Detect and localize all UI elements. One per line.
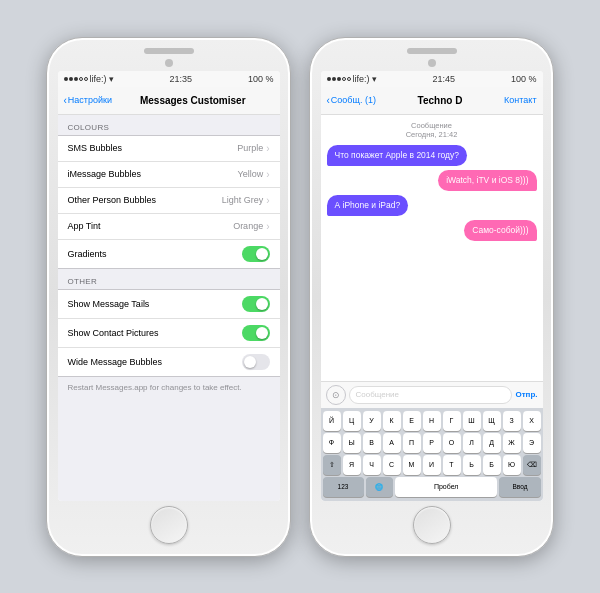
key-с[interactable]: С bbox=[383, 455, 401, 475]
sms-chevron-icon: › bbox=[266, 143, 269, 154]
wifi-icon: ▾ bbox=[109, 74, 114, 84]
status-bar: life:) ▾ 21:35 100 % bbox=[58, 71, 280, 87]
other-person-label: Other Person Bubbles bbox=[68, 195, 222, 205]
key-у[interactable]: У bbox=[363, 411, 381, 431]
key-т[interactable]: Т bbox=[443, 455, 461, 475]
tails-toggle-knob bbox=[256, 298, 268, 310]
key-ж[interactable]: Ж bbox=[503, 433, 521, 453]
nav-bar-messages: ‹ Сообщ. (1) Techno D Контакт bbox=[321, 87, 543, 115]
key-ц[interactable]: Ц bbox=[343, 411, 361, 431]
back-chevron-icon: ‹ bbox=[64, 95, 67, 106]
battery-status: 100 % bbox=[248, 74, 274, 84]
phone-top bbox=[55, 48, 282, 67]
wide-bubbles-label: Wide Message Bubbles bbox=[68, 357, 242, 367]
key-ю[interactable]: Ю bbox=[503, 455, 521, 475]
camera-2 bbox=[428, 59, 436, 67]
key-г[interactable]: Г bbox=[443, 411, 461, 431]
app-tint-label: App Tint bbox=[68, 221, 234, 231]
bubble-2: iWatch, iTV и iOS 8))) bbox=[438, 170, 536, 191]
show-contact-pictures-row[interactable]: Show Contact Pictures bbox=[58, 319, 280, 348]
key-н[interactable]: Н bbox=[423, 411, 441, 431]
key-ч[interactable]: Ч bbox=[363, 455, 381, 475]
home-button[interactable] bbox=[150, 506, 188, 544]
imessage-bubbles-row[interactable]: iMessage Bubbles Yellow › bbox=[58, 162, 280, 188]
wide-toggle-knob bbox=[244, 356, 256, 368]
dot4 bbox=[79, 77, 83, 81]
gradients-label: Gradients bbox=[68, 249, 242, 259]
speaker bbox=[144, 48, 194, 54]
signal-dots bbox=[64, 77, 88, 81]
app-tint-row[interactable]: App Tint Orange › bbox=[58, 214, 280, 240]
key-э[interactable]: Э bbox=[523, 433, 541, 453]
sms-bubbles-row[interactable]: SMS Bubbles Purple › bbox=[58, 136, 280, 162]
key-д[interactable]: Д bbox=[483, 433, 501, 453]
contact-toggle-knob bbox=[256, 327, 268, 339]
key-х[interactable]: Х bbox=[523, 411, 541, 431]
key-enter[interactable]: Ввод bbox=[499, 477, 540, 497]
settings-content: COLOURS SMS Bubbles Purple › iMessage Bu… bbox=[58, 115, 280, 501]
key-globe[interactable]: 🌐 bbox=[366, 477, 393, 497]
gradients-toggle[interactable] bbox=[242, 246, 270, 262]
key-ш[interactable]: Ш bbox=[463, 411, 481, 431]
phone-messages: life:) ▾ 21:45 100 % ‹ Сообщ. (1) Techno… bbox=[309, 37, 554, 557]
key-ф[interactable]: Ф bbox=[323, 433, 341, 453]
other-person-chevron-icon: › bbox=[266, 195, 269, 206]
key-backspace[interactable]: ⌫ bbox=[523, 455, 541, 475]
key-space[interactable]: Пробел bbox=[395, 477, 498, 497]
screen-messages: life:) ▾ 21:45 100 % ‹ Сообщ. (1) Techno… bbox=[321, 71, 543, 501]
wifi-icon-2: ▾ bbox=[372, 74, 377, 84]
other-person-bubbles-row[interactable]: Other Person Bubbles Light Grey › bbox=[58, 188, 280, 214]
imessage-bubbles-value: Yellow bbox=[237, 169, 263, 179]
dot3-2 bbox=[337, 77, 341, 81]
key-щ[interactable]: Щ bbox=[483, 411, 501, 431]
wide-message-bubbles-row[interactable]: Wide Message Bubbles bbox=[58, 348, 280, 376]
key-я[interactable]: Я bbox=[343, 455, 361, 475]
bubble-1: Что покажет Apple в 2014 году? bbox=[327, 145, 468, 166]
bubble-4: Само-собой))) bbox=[464, 220, 536, 241]
key-к[interactable]: К bbox=[383, 411, 401, 431]
message-text-field[interactable]: Сообщение bbox=[349, 386, 513, 404]
gradients-row[interactable]: Gradients bbox=[58, 240, 280, 268]
clock-time: 21:35 bbox=[169, 74, 192, 84]
contact-pictures-toggle[interactable] bbox=[242, 325, 270, 341]
phone-settings: life:) ▾ 21:35 100 % ‹ Настройки Message… bbox=[46, 37, 291, 557]
key-з[interactable]: З bbox=[503, 411, 521, 431]
dot1 bbox=[64, 77, 68, 81]
nav-title: Messages Customiser bbox=[112, 95, 274, 106]
date-sub: Сегодня, 21:42 bbox=[406, 130, 458, 139]
key-л[interactable]: Л bbox=[463, 433, 481, 453]
contact-button[interactable]: Контакт bbox=[504, 95, 536, 105]
key-numbers[interactable]: 123 bbox=[323, 477, 364, 497]
messages-back-button[interactable]: ‹ Сообщ. (1) bbox=[327, 95, 376, 106]
key-и[interactable]: И bbox=[423, 455, 441, 475]
key-п[interactable]: П bbox=[403, 433, 421, 453]
key-е[interactable]: Е bbox=[403, 411, 421, 431]
colours-group: SMS Bubbles Purple › iMessage Bubbles Ye… bbox=[58, 135, 280, 269]
keyboard-row-1: Й Ц У К Е Н Г Ш Щ З Х bbox=[323, 411, 541, 431]
app-tint-chevron-icon: › bbox=[266, 221, 269, 232]
send-button[interactable]: Отпр. bbox=[515, 390, 537, 399]
key-о[interactable]: О bbox=[443, 433, 461, 453]
messages-back-label: Сообщ. (1) bbox=[331, 95, 376, 105]
wide-bubbles-toggle[interactable] bbox=[242, 354, 270, 370]
key-р[interactable]: Р bbox=[423, 433, 441, 453]
back-button[interactable]: ‹ Настройки bbox=[64, 95, 112, 106]
key-shift[interactable]: ⇧ bbox=[323, 455, 341, 475]
sms-bubbles-label: SMS Bubbles bbox=[68, 143, 238, 153]
key-й[interactable]: Й bbox=[323, 411, 341, 431]
key-ь[interactable]: Ь bbox=[463, 455, 481, 475]
show-tails-toggle[interactable] bbox=[242, 296, 270, 312]
app-tint-value: Orange bbox=[233, 221, 263, 231]
home-button-2[interactable] bbox=[413, 506, 451, 544]
key-ы[interactable]: Ы bbox=[343, 433, 361, 453]
key-м[interactable]: М bbox=[403, 455, 421, 475]
camera-button[interactable]: ⊙ bbox=[326, 385, 346, 405]
clock-time-2: 21:45 bbox=[432, 74, 455, 84]
key-в[interactable]: В bbox=[363, 433, 381, 453]
dot4-2 bbox=[342, 77, 346, 81]
message-area: Сообщение Сегодня, 21:42 Что покажет App… bbox=[321, 115, 543, 381]
message-date: Сообщение Сегодня, 21:42 bbox=[327, 121, 537, 139]
show-message-tails-row[interactable]: Show Message Tails bbox=[58, 290, 280, 319]
key-б[interactable]: Б bbox=[483, 455, 501, 475]
key-а[interactable]: А bbox=[383, 433, 401, 453]
